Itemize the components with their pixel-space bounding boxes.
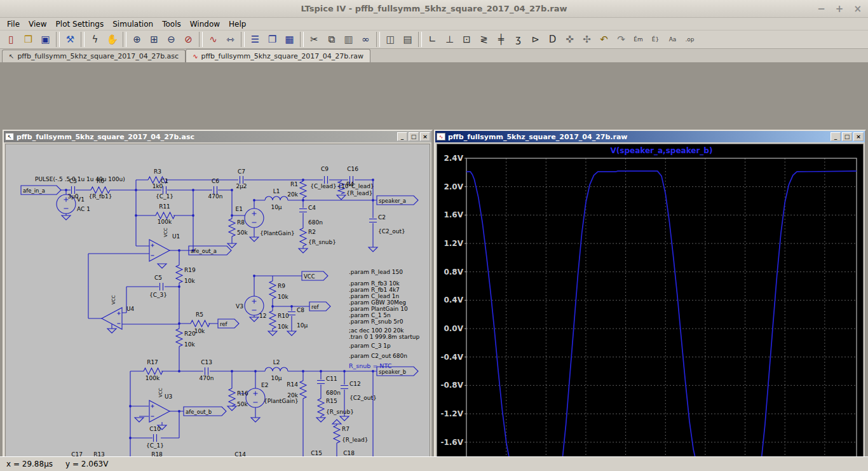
wire-icon[interactable]: ∟ [424, 32, 440, 47]
print-icon[interactable]: ▤ [400, 32, 416, 47]
component-value: 20k [287, 392, 298, 399]
waveform-window-icon: ∿ [437, 133, 445, 140]
tab-schematic[interactable]: ↖pffb_fullsymm_5khz_square_2017_04_27b.a… [2, 50, 186, 62]
drag-icon[interactable]: ✣ [579, 32, 595, 47]
new-schematic-icon[interactable]: ▯ [3, 32, 19, 47]
mdi-area: ↖ pffb_fullsymm_5khz_square_2017_04_27b.… [0, 62, 868, 456]
component-ref: V3 [236, 303, 243, 310]
minimize-button[interactable]: − [817, 3, 825, 15]
waveform-maximize-button[interactable]: □ [842, 132, 852, 141]
component-value: 10k [278, 324, 288, 330]
menu-simulation[interactable]: Simulation [108, 18, 158, 30]
toolbar: ▯❒▣⚒ϟ✋⊕⊞⊖⊘∿⇿☰❐▦✂⧉▥∞◫▤∟⊥⊡≷╪ʒ⊳D✜✣↶↷ÉmÉ}Aa.… [0, 31, 868, 49]
component-value: 10µ [297, 322, 308, 329]
component-value: {C_1} [156, 193, 173, 200]
component-value: {R_fb1} [89, 193, 112, 200]
waveform-window-titlebar[interactable]: ∿ pffb_fullsymm_5khz_square_2017_04_27b.… [435, 131, 865, 142]
cut-icon[interactable]: ✂ [306, 32, 322, 47]
component-value: 10k [184, 278, 195, 284]
svg-text:afe_out_a: afe_out_a [191, 248, 217, 254]
autorange-icon[interactable]: ⇿ [222, 32, 238, 47]
component-value: {C_1} [146, 442, 164, 449]
waveform-panes-icon[interactable]: ∿ [205, 32, 221, 47]
diode-icon[interactable]: ⊳ [527, 32, 543, 47]
text-icon[interactable]: Aa [665, 32, 681, 47]
tab-waveform[interactable]: ∿pffb_fullsymm_5khz_square_2017_04_27b.r… [186, 49, 370, 62]
waveform-plot-canvas[interactable]: 2.4V2.0V1.6V1.2V0.8V0.4V0.0V-0.4V-0.8V-1… [437, 144, 864, 471]
zoom-box-icon[interactable]: ⊞ [146, 32, 162, 47]
edit-param-icon[interactable]: É} [648, 32, 663, 47]
schematic-maximize-button[interactable]: □ [409, 132, 419, 141]
spice-directive-line: .param R_fb3 10k [349, 280, 400, 287]
zoom-full-icon[interactable]: ⊘ [180, 32, 196, 47]
find-icon[interactable]: ∞ [358, 32, 374, 47]
zoom-in-icon[interactable]: ⊕ [129, 32, 145, 47]
component-ref: R1 [290, 181, 298, 188]
inductor-icon[interactable]: ʒ [510, 32, 526, 47]
open-file-icon[interactable]: ❒ [20, 32, 36, 47]
svg-text:VCC: VCC [111, 295, 116, 304]
svg-text:ref: ref [220, 321, 228, 327]
menu-file[interactable]: File [3, 18, 24, 30]
menu-window[interactable]: Window [186, 18, 224, 30]
redo-icon[interactable]: ↷ [613, 32, 629, 47]
menu-view[interactable]: View [24, 18, 51, 30]
statusbar: x = 29.88µs y = 2.063V [0, 456, 868, 471]
component-ref: R3 [154, 168, 161, 175]
spice-directive-icon[interactable]: .op [682, 32, 698, 47]
component-value: 20k [287, 191, 298, 198]
capacitor-icon[interactable]: ╪ [493, 32, 509, 47]
menu-help[interactable]: Help [224, 18, 250, 30]
schematic-close-button[interactable]: × [420, 132, 430, 141]
ground-icon[interactable]: ⊥ [442, 32, 458, 47]
schematic-tab-icon: ↖ [9, 53, 14, 60]
tile-windows-icon[interactable]: ▦ [281, 32, 297, 47]
schematic-canvas[interactable]: afe_in_aafe_out_aspeaker_arefVCCrefafe_i… [5, 144, 430, 471]
waveform-minimize-button[interactable]: _ [831, 132, 841, 141]
toolbar-separator [241, 32, 245, 47]
component-ref: R10 [278, 313, 289, 319]
component-value: {PlantGain} [264, 398, 299, 404]
halt-icon[interactable]: ✋ [104, 32, 120, 47]
undo-icon[interactable]: ↶ [596, 32, 612, 47]
waveform-close-button[interactable]: × [853, 132, 864, 141]
control-panel-icon[interactable]: ⚒ [62, 32, 78, 47]
net-label-icon[interactable]: ⊡ [459, 32, 475, 47]
schematic-minimize-button[interactable]: _ [397, 132, 407, 141]
schematic-wires [60, 180, 377, 467]
trace-label[interactable]: V(speaker_a,speaker_b) [611, 146, 713, 156]
edit-model-icon[interactable]: Ém [630, 32, 646, 47]
spice-directive-line: .param C_1 5n [349, 312, 391, 318]
run-icon[interactable]: ϟ [87, 32, 103, 47]
horz-panes-icon[interactable]: ☰ [247, 32, 263, 47]
schematic-net-flags: afe_in_aafe_out_aspeaker_arefVCCrefafe_i… [21, 186, 418, 468]
menu-tools[interactable]: Tools [158, 18, 186, 30]
component-value: {PlantGain} [260, 230, 295, 236]
svg-text:VCC: VCC [304, 273, 315, 280]
window-controls: − + × [817, 0, 862, 18]
print-preview-icon[interactable]: ◫ [383, 32, 398, 47]
maximize-button[interactable]: + [836, 3, 844, 15]
resistor-icon[interactable]: ≷ [476, 32, 492, 47]
copy-icon[interactable]: ⧉ [323, 32, 339, 47]
component-value: {R_lead} [346, 190, 372, 196]
move-icon[interactable]: ✜ [562, 32, 578, 47]
menu-plot-settings[interactable]: Plot Settings [51, 18, 109, 30]
close-button[interactable]: × [853, 3, 862, 15]
svg-text:VCC: VCC [158, 388, 163, 397]
zoom-out-icon[interactable]: ⊖ [163, 32, 179, 47]
schematic-window-title: pffb_fullsymm_5khz_square_2017_04_27b.as… [17, 133, 395, 141]
paste-icon[interactable]: ▥ [341, 32, 356, 47]
toolbar-separator [300, 32, 304, 47]
schematic-window-titlebar[interactable]: ↖ pffb_fullsymm_5khz_square_2017_04_27b.… [4, 131, 431, 142]
cascade-windows-icon[interactable]: ❐ [264, 32, 280, 47]
svg-text:ref: ref [311, 304, 320, 310]
plot-frame [466, 158, 857, 471]
toolbar-separator [418, 32, 422, 47]
menubar: FileViewPlot SettingsSimulationToolsWind… [0, 18, 868, 31]
component-icon[interactable]: D [545, 32, 560, 47]
save-icon[interactable]: ▣ [37, 32, 53, 47]
svg-text:-0.4V: -0.4V [440, 353, 463, 362]
component-ref: R19 [184, 267, 196, 273]
schematic-window-icon: ↖ [5, 133, 14, 140]
